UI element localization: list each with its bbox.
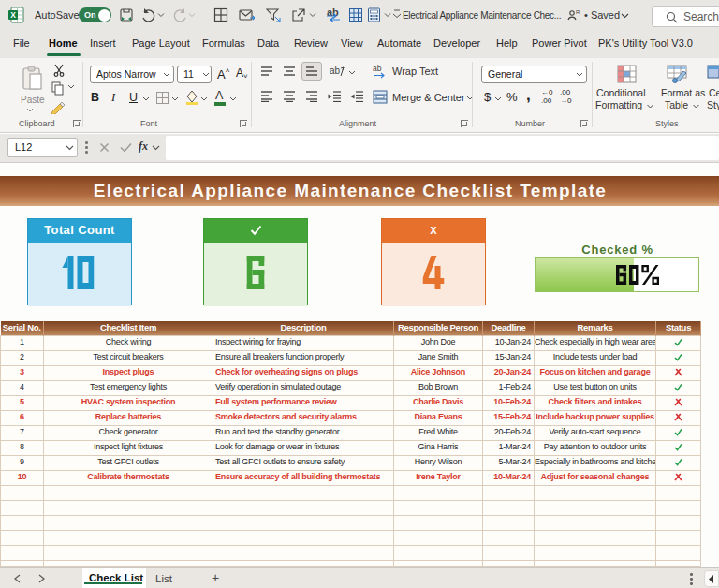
svg-text:X: X	[10, 10, 16, 20]
svg-text:ab: ab	[373, 64, 382, 73]
svg-text:R: R	[576, 9, 580, 15]
svg-text:ab: ab	[330, 66, 341, 76]
